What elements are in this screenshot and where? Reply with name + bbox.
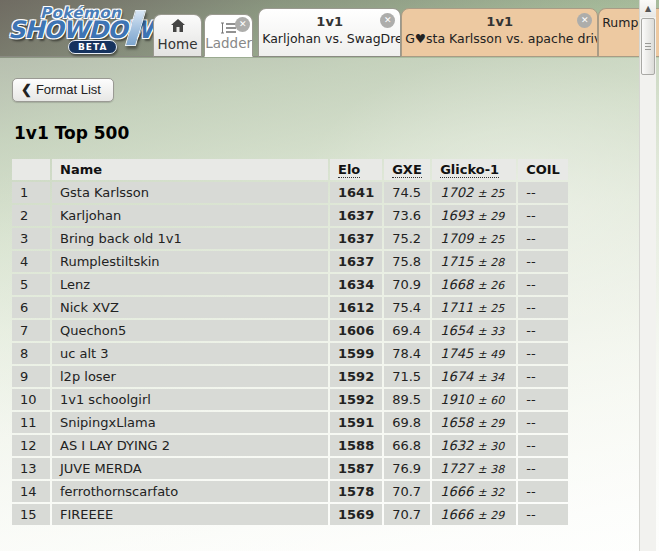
tab-bar: Home ✕ Ladder 1v1 ✕ Karljohan vs. SwagDr… xyxy=(153,8,659,57)
player-name-cell: Gsta Karlsson xyxy=(52,182,328,203)
tab-home-label: Home xyxy=(154,36,201,53)
player-name-cell: Rumplestiltskin xyxy=(52,251,328,272)
glicko-cell: 1668 ± 26 xyxy=(432,274,516,295)
elo-cell: 1641 xyxy=(330,182,382,203)
glicko-cell: 1674 ± 34 xyxy=(432,366,516,387)
rank-header xyxy=(12,159,50,180)
battle-matchup-label: G♥sta Karlsson vs. apache driver xyxy=(402,30,597,48)
rank-cell: 12 xyxy=(12,435,50,456)
pokemon-showdown-logo[interactable]: Pokémon SHOWDOWN BETA xyxy=(6,2,156,54)
elo-cell: 1612 xyxy=(330,297,382,318)
gxe-cell: 78.4 xyxy=(384,343,430,364)
tab-battle-karljohan[interactable]: 1v1 ✕ Karljohan vs. SwagDre xyxy=(258,8,401,57)
rank-cell: 14 xyxy=(12,481,50,502)
coil-cell: -- xyxy=(518,366,568,387)
coil-cell: -- xyxy=(518,228,568,249)
table-row: 11 SnipingxLlama 1591 69.8 1658 ± 29 -- xyxy=(12,412,568,433)
table-row: 8 uc alt 3 1599 78.4 1745 ± 49 -- xyxy=(12,343,568,364)
rank-cell: 15 xyxy=(12,504,50,525)
battle-format-label: 1v1 xyxy=(259,14,400,30)
gxe-cell: 74.5 xyxy=(384,182,430,203)
player-name-cell: Karljohan xyxy=(52,205,328,226)
elo-header: Elo xyxy=(330,159,382,180)
coil-cell: -- xyxy=(518,435,568,456)
coil-cell: -- xyxy=(518,205,568,226)
home-icon xyxy=(170,19,186,33)
rank-cell: 4 xyxy=(12,251,50,272)
glicko-cell: 1910 ± 60 xyxy=(432,389,516,410)
elo-cell: 1592 xyxy=(330,366,382,387)
coil-cell: -- xyxy=(518,251,568,272)
tab-ladder[interactable]: ✕ Ladder xyxy=(204,14,253,57)
elo-cell: 1588 xyxy=(330,435,382,456)
rank-cell: 3 xyxy=(12,228,50,249)
table-row: 6 Nick XVZ 1612 75.4 1711 ± 25 -- xyxy=(12,297,568,318)
tab-ladder-label: Ladder xyxy=(205,35,252,52)
elo-cell: 1569 xyxy=(330,504,382,525)
elo-cell: 1637 xyxy=(330,228,382,249)
player-name-cell: SnipingxLlama xyxy=(52,412,328,433)
gxe-header: GXE xyxy=(384,159,430,180)
name-header: Name xyxy=(52,159,328,180)
elo-cell: 1637 xyxy=(330,251,382,272)
elo-cell: 1637 xyxy=(330,205,382,226)
gxe-cell: 76.9 xyxy=(384,458,430,479)
glicko-cell: 1666 ± 29 xyxy=(432,504,516,525)
glicko-cell: 1711 ± 25 xyxy=(432,297,516,318)
glicko-cell: 1745 ± 49 xyxy=(432,343,516,364)
scroll-up-button[interactable]: ▲ xyxy=(640,0,656,17)
coil-cell: -- xyxy=(518,389,568,410)
rank-cell: 2 xyxy=(12,205,50,226)
gxe-cell: 69.8 xyxy=(384,412,430,433)
rank-cell: 11 xyxy=(12,412,50,433)
page-title: 1v1 Top 500 xyxy=(14,123,659,143)
gxe-cell: 71.5 xyxy=(384,366,430,387)
glicko-cell: 1654 ± 33 xyxy=(432,320,516,341)
coil-cell: -- xyxy=(518,504,568,525)
gxe-cell: 73.6 xyxy=(384,205,430,226)
elo-cell: 1578 xyxy=(330,481,382,502)
table-row: 5 Lenz 1634 70.9 1668 ± 26 -- xyxy=(12,274,568,295)
gxe-cell: 70.7 xyxy=(384,504,430,525)
table-row: 13 JUVE MERDA 1587 76.9 1727 ± 38 -- xyxy=(12,458,568,479)
rank-cell: 10 xyxy=(12,389,50,410)
gxe-cell: 75.2 xyxy=(384,228,430,249)
table-row: 4 Rumplestiltskin 1637 75.8 1715 ± 28 -- xyxy=(12,251,568,272)
player-name-cell: l2p loser xyxy=(52,366,328,387)
player-name-cell: uc alt 3 xyxy=(52,343,328,364)
elo-cell: 1634 xyxy=(330,274,382,295)
table-row: 10 1v1 schoolgirl 1592 89.5 1910 ± 60 -- xyxy=(12,389,568,410)
elo-cell: 1591 xyxy=(330,412,382,433)
table-row: 3 Bring back old 1v1 1637 75.2 1709 ± 25… xyxy=(12,228,568,249)
battle-format-label: 1v1 xyxy=(402,14,597,30)
glicko-cell: 1658 ± 29 xyxy=(432,412,516,433)
coil-cell: -- xyxy=(518,458,568,479)
glicko-cell: 1632 ± 30 xyxy=(432,435,516,456)
player-name-cell: JUVE MERDA xyxy=(52,458,328,479)
glicko-header: Glicko-1 xyxy=(432,159,516,180)
ladder-table-body: 1 Gsta Karlsson 1641 74.5 1702 ± 25 -- 2… xyxy=(12,182,568,525)
glicko-cell: 1693 ± 29 xyxy=(432,205,516,226)
format-list-button[interactable]: ❮Format List xyxy=(12,78,114,102)
beta-badge: BETA xyxy=(68,40,117,54)
coil-cell: -- xyxy=(518,274,568,295)
player-name-cell: Nick XVZ xyxy=(52,297,328,318)
gxe-cell: 75.4 xyxy=(384,297,430,318)
gxe-cell: 89.5 xyxy=(384,389,430,410)
gxe-cell: 70.7 xyxy=(384,481,430,502)
battle-matchup-label: Karljohan vs. SwagDre xyxy=(259,30,400,48)
gxe-cell: 66.8 xyxy=(384,435,430,456)
format-list-label: Format List xyxy=(36,82,101,97)
coil-cell: -- xyxy=(518,297,568,318)
tab-battle-gosta[interactable]: 1v1 ✕ G♥sta Karlsson vs. apache driver xyxy=(401,8,598,57)
coil-cell: -- xyxy=(518,182,568,203)
glicko-cell: 1666 ± 32 xyxy=(432,481,516,502)
close-icon[interactable]: ✕ xyxy=(235,17,250,32)
table-row: 15 FIREEEE 1569 70.7 1666 ± 29 -- xyxy=(12,504,568,525)
elo-cell: 1592 xyxy=(330,389,382,410)
vertical-scrollbar[interactable]: ▲ xyxy=(639,0,656,551)
table-row: 12 AS I LAY DYING 2 1588 66.8 1632 ± 30 … xyxy=(12,435,568,456)
scrollbar-thumb[interactable] xyxy=(641,18,655,75)
elo-cell: 1587 xyxy=(330,458,382,479)
tab-home[interactable]: Home xyxy=(153,14,202,57)
